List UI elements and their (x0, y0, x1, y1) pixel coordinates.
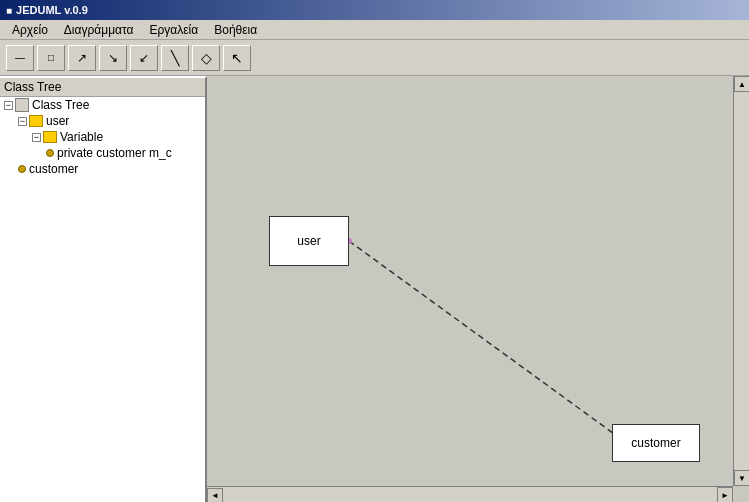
menu-help[interactable]: Βοήθεια (206, 22, 265, 38)
uml-box-user[interactable]: user (269, 216, 349, 266)
menu-file[interactable]: Αρχείο (4, 22, 56, 38)
title-bar: ■ JEDUML v.0.9 (0, 0, 749, 20)
uml-box-customer[interactable]: customer (612, 424, 700, 462)
tree-panel[interactable]: − Class Tree − user − Variable private c… (0, 97, 205, 502)
menu-diagrams[interactable]: Διαγράμματα (56, 22, 142, 38)
arrow-tool-2-button[interactable]: ↘ (99, 45, 127, 71)
toolbar: — □ ↗ ↘ ↙ ╲ ◇ ↖ (0, 40, 749, 76)
tree-item-class-tree[interactable]: − Class Tree (0, 97, 205, 113)
uml-label-customer: customer (631, 436, 680, 450)
expand-class-tree[interactable]: − (4, 101, 13, 110)
class-tree-icon (15, 98, 29, 112)
left-panel: Class Tree − Class Tree − user − Variabl… (0, 76, 207, 502)
right-panel[interactable]: user customer ▲ ▼ ◄ ► (207, 76, 749, 502)
arrow-tool-3-button[interactable]: ↙ (130, 45, 158, 71)
select-tool-button[interactable]: — (6, 45, 34, 71)
expand-variable[interactable]: − (32, 133, 41, 142)
tree-item-private-customer[interactable]: private customer m_c (0, 145, 205, 161)
tree-item-variable[interactable]: − Variable (0, 129, 205, 145)
tree-header: Class Tree (0, 78, 205, 97)
main-area: Class Tree − Class Tree − user − Variabl… (0, 76, 749, 502)
dependency-line (349, 241, 617, 436)
scroll-right-button[interactable]: ► (717, 487, 733, 502)
arrow-tool-1-button[interactable]: ↗ (68, 45, 96, 71)
horizontal-scrollbar[interactable]: ◄ ► (207, 486, 733, 502)
menu-bar: Αρχείο Διαγράμματα Εργαλεία Βοήθεια (0, 20, 749, 40)
title-icon: ■ (6, 5, 12, 16)
tree-label-user: user (46, 114, 69, 128)
tree-label-private-customer: private customer m_c (57, 146, 172, 160)
scroll-down-button[interactable]: ▼ (734, 470, 749, 486)
tree-label-class-tree: Class Tree (32, 98, 89, 112)
diamond-tool-button[interactable]: ◇ (192, 45, 220, 71)
uml-label-user: user (297, 234, 320, 248)
tree-item-customer[interactable]: customer (0, 161, 205, 177)
folder-icon-variable (43, 131, 57, 143)
expand-user[interactable]: − (18, 117, 27, 126)
scroll-left-button[interactable]: ◄ (207, 488, 223, 503)
tree-label-variable: Variable (60, 130, 103, 144)
folder-icon-user (29, 115, 43, 127)
tree-item-user[interactable]: − user (0, 113, 205, 129)
vertical-scrollbar[interactable]: ▲ ▼ (733, 76, 749, 486)
bullet-private-customer (46, 149, 54, 157)
tree-title: Class Tree (4, 80, 61, 94)
line-tool-button[interactable]: ╲ (161, 45, 189, 71)
tree-label-customer: customer (29, 162, 78, 176)
pointer-tool-button[interactable]: ↖ (223, 45, 251, 71)
app-title: JEDUML v.0.9 (16, 4, 88, 16)
menu-tools[interactable]: Εργαλεία (141, 22, 206, 38)
bullet-customer (18, 165, 26, 173)
rectangle-tool-button[interactable]: □ (37, 45, 65, 71)
scroll-up-button[interactable]: ▲ (734, 76, 749, 92)
